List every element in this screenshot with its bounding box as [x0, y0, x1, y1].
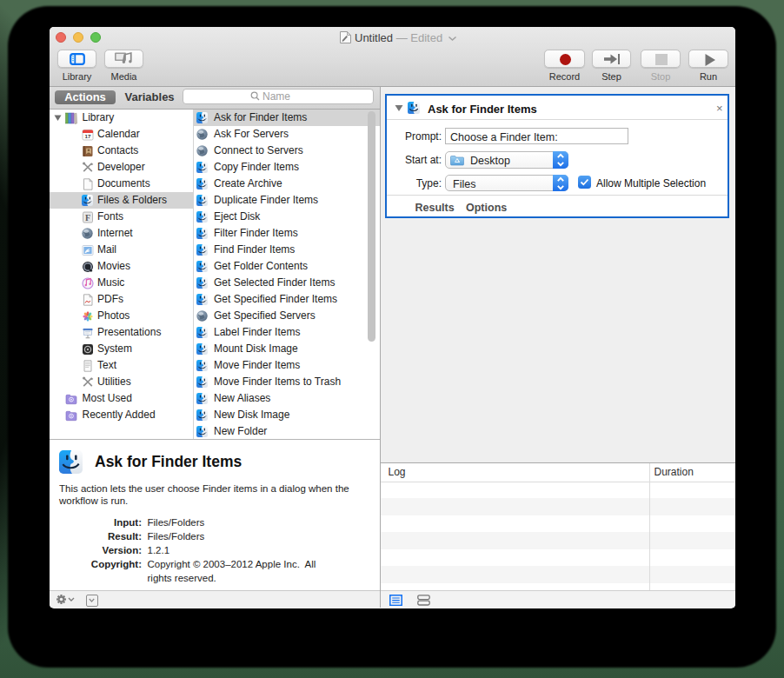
svg-text:F: F: [84, 212, 90, 222]
svg-text:17: 17: [84, 133, 90, 139]
